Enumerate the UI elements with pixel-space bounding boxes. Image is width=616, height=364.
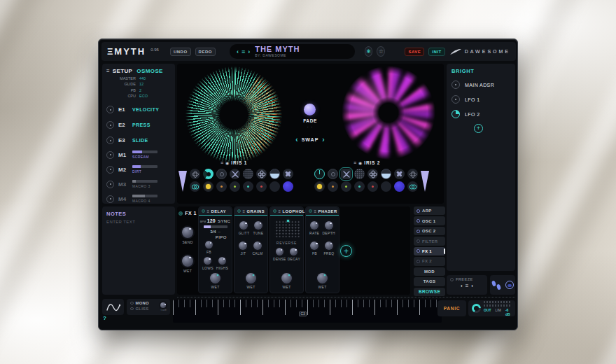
loophole-dense-knob[interactable] <box>276 248 284 255</box>
grains-menu-icon[interactable]: ≡ <box>243 209 246 214</box>
init-button[interactable]: INIT <box>428 48 444 56</box>
setup-row-value[interactable]: 2 <box>139 88 141 92</box>
iris2-mod-dot-red[interactable] <box>368 181 378 192</box>
help-button[interactable]: ? <box>103 315 106 321</box>
delay-fb-knob[interactable] <box>205 241 213 248</box>
phaser-rate-knob[interactable] <box>310 221 318 230</box>
delay-time-slider[interactable] <box>204 225 227 228</box>
add-modulator-button[interactable]: + <box>474 124 483 133</box>
delay-wet-knob[interactable] <box>210 273 220 284</box>
tab-osc2[interactable]: OSC 2 <box>414 227 445 235</box>
iris2-mod-dot-empty[interactable] <box>381 181 391 192</box>
iris2-solid-blue-icon[interactable] <box>394 181 405 192</box>
grains-enable-led[interactable] <box>237 209 241 213</box>
iris2-volume-triangle[interactable] <box>421 171 429 192</box>
tab-osc1[interactable]: OSC 1 <box>414 216 445 225</box>
iris2-grain-sphere-icon[interactable] <box>354 169 365 179</box>
fx-send-knob[interactable] <box>182 227 193 238</box>
setup-menu-icon[interactable]: ≡ <box>106 68 110 74</box>
iris2-pinwheel-icon-selected[interactable] <box>341 169 351 179</box>
freeze-menu-icon[interactable]: ≡ <box>465 283 469 289</box>
delay-division[interactable]: 3/4 <box>210 230 216 234</box>
tab-fx2[interactable]: FX 2 <box>414 257 445 265</box>
tab-mod[interactable]: MOD <box>414 267 445 276</box>
macro-slider[interactable] <box>132 195 158 197</box>
mod-item-main-adsr[interactable]: MAIN ADSR <box>451 80 510 89</box>
expression-knob[interactable] <box>106 136 114 144</box>
grains-tune-knob[interactable] <box>254 221 262 230</box>
iris2-mod-dot-green[interactable] <box>341 181 351 192</box>
iris1-mod-dot-green[interactable] <box>230 181 240 192</box>
limiter-toggle[interactable]: LIM <box>496 308 501 316</box>
freeze-led[interactable] <box>450 278 454 281</box>
iris2-shape-ring-icon[interactable] <box>328 169 338 179</box>
iris1-cross-icon[interactable] <box>283 169 293 179</box>
loophole-enable-led[interactable] <box>273 209 276 213</box>
delay-highs-knob[interactable] <box>218 257 226 265</box>
macro-knob[interactable] <box>106 181 114 188</box>
preset-prev-button[interactable]: ‹ <box>237 48 239 55</box>
expression-knob[interactable] <box>106 106 114 113</box>
iris1-phase-icon[interactable] <box>203 169 214 179</box>
iris1-solid-blue-icon[interactable] <box>283 181 293 192</box>
iris2-menu-icon[interactable]: ≡ <box>354 160 356 165</box>
grains-calm-knob[interactable] <box>253 241 262 250</box>
iris1-mod-dot-yellow[interactable] <box>203 181 214 192</box>
modulator-panel-title[interactable]: BRIGHT <box>451 68 510 74</box>
iris1-mod-dot-empty[interactable] <box>270 181 280 192</box>
iris2-clock-icon[interactable] <box>314 169 325 179</box>
preset-next-button[interactable]: › <box>248 48 251 55</box>
phaser-depth-knob[interactable] <box>325 221 333 230</box>
iris1-mod-dot-red[interactable] <box>256 181 267 192</box>
macro-knob[interactable] <box>106 166 114 174</box>
setup-label[interactable]: SETUP <box>113 68 133 74</box>
fx-wet-knob[interactable] <box>182 255 193 267</box>
iris2-cross-icon[interactable] <box>394 169 405 179</box>
macro-slider[interactable] <box>132 180 158 183</box>
footsteps-icon[interactable] <box>492 281 500 290</box>
freeze-next-button[interactable]: › <box>471 283 473 289</box>
iris2-blend-icon[interactable] <box>407 181 418 192</box>
loophole-reverse-label[interactable]: REVERSE <box>276 241 298 245</box>
macro-slider[interactable] <box>132 150 158 153</box>
mod-amount-knob[interactable] <box>451 80 460 89</box>
device-name[interactable]: OSMOSE <box>136 68 163 74</box>
iris1-pinwheel-icon[interactable] <box>230 169 240 179</box>
freeze-toggle-button[interactable]: ❄ <box>365 46 373 57</box>
tab-browse[interactable]: BROWSE <box>414 288 445 296</box>
mono-toggle[interactable]: MONO <box>130 301 158 305</box>
redo-button[interactable]: REDO <box>195 48 216 56</box>
iris2-morph-icon[interactable] <box>407 169 418 179</box>
swap-button[interactable]: ‹ SWAP › <box>289 136 331 144</box>
iris2-fill-icon[interactable] <box>381 169 391 179</box>
setup-row-value[interactable]: 440 <box>139 76 146 80</box>
setup-row-value[interactable]: ECO <box>139 94 148 98</box>
iris2-clover-icon[interactable] <box>368 169 378 179</box>
macro-knob[interactable] <box>106 151 114 159</box>
iris1-volume-triangle[interactable] <box>178 171 187 192</box>
mod-item-lfo1[interactable]: LFO 1 <box>451 95 510 104</box>
tab-arp[interactable]: ARP <box>414 206 445 215</box>
iris1-menu-icon[interactable]: ≡ <box>220 160 223 165</box>
phaser-freq-knob[interactable] <box>325 241 333 250</box>
iris1-mod-dot-orange[interactable] <box>216 181 227 192</box>
expression-assignment[interactable]: VELOCITY <box>132 107 159 112</box>
helmet-icon[interactable] <box>505 281 514 289</box>
mod-item-lfo2[interactable]: LFO 2 <box>451 110 510 118</box>
phaser-menu-icon[interactable]: ≡ <box>314 209 317 214</box>
iris1-grain-sphere-icon[interactable] <box>243 169 253 179</box>
keyboard-ruler[interactable]: C3 <box>173 300 442 323</box>
gliss-toggle[interactable]: GLISS <box>130 307 158 311</box>
iris1-fill-icon[interactable] <box>270 169 280 179</box>
fx1-enable-led[interactable] <box>178 211 183 216</box>
waveform-box[interactable] <box>102 299 124 315</box>
favorite-button[interactable]: ☆ <box>377 46 385 57</box>
undo-button[interactable]: UNDO <box>170 48 191 56</box>
mod-amount-knob-active[interactable] <box>451 110 460 118</box>
bpm-value[interactable]: 120 <box>207 218 216 223</box>
chevron-left-icon[interactable]: ‹ <box>295 136 298 144</box>
delay-lows-knob[interactable] <box>204 257 211 265</box>
iris2-mod-dot-teal[interactable] <box>354 181 365 192</box>
expression-knob[interactable] <box>106 121 114 129</box>
loophole-menu-icon[interactable]: ≡ <box>279 209 281 214</box>
